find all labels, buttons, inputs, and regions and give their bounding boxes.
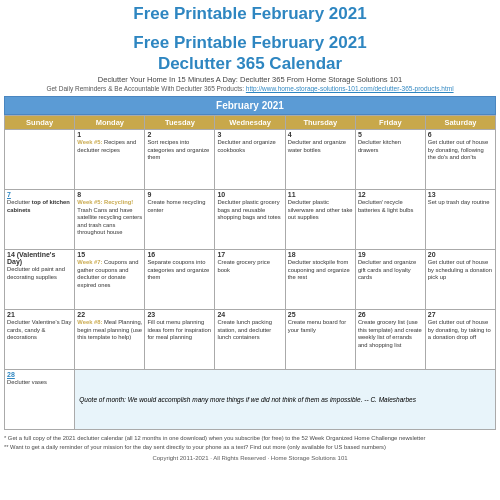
- calendar-wrapper: February 2021 Sunday Monday Tuesday Wedn…: [0, 96, 500, 432]
- table-cell-15: 15 Week #7: Coupons and gather coupons a…: [75, 250, 145, 310]
- table-cell-3: 3 Declutter and organize cookbooks: [215, 130, 285, 190]
- table-cell-quote: Quote of month: We would accomplish many…: [75, 370, 496, 430]
- footer-notes: * Get a full copy of the 2021 declutter …: [0, 432, 500, 454]
- calendar-table: Sunday Monday Tuesday Wednesday Thursday…: [4, 115, 496, 430]
- table-cell-4: 4 Declutter and organize water bottles: [285, 130, 355, 190]
- footer-copyright: Copyright 2011-2021 · All Rights Reserve…: [0, 454, 500, 462]
- footer-note-2: ** Want to get a daily reminder of your …: [4, 443, 496, 451]
- table-cell-24: 24 Create lunch packing station, and dec…: [215, 310, 285, 370]
- table-cell-11: 11 Declutter plastic silverware and othe…: [285, 190, 355, 250]
- table-cell-27: 27 Get clutter out of house by donating,…: [425, 310, 495, 370]
- col-thursday: Thursday: [285, 116, 355, 130]
- main-title: Free Printable February 2021: [8, 4, 492, 24]
- title-block: Free Printable February 2021Declutter 36…: [0, 26, 500, 96]
- days-of-week-row: Sunday Monday Tuesday Wednesday Thursday…: [5, 116, 496, 130]
- table-cell-12: 12 Declutter/ recycle batteries & light …: [355, 190, 425, 250]
- col-tuesday: Tuesday: [145, 116, 215, 130]
- main-title: Free Printable February 2021Declutter 36…: [8, 30, 492, 74]
- col-wednesday: Wednesday: [215, 116, 285, 130]
- table-cell-16: 16 Separate coupons into categories and …: [145, 250, 215, 310]
- table-cell-22: 22 Week #8: Meal Planning, begin meal pl…: [75, 310, 145, 370]
- table-cell-21: 21 Declutter Valentine's Day cards, cand…: [5, 310, 75, 370]
- table-cell-20: 20 Get clutter out of house by schedulin…: [425, 250, 495, 310]
- table-cell-7: 7 Declutter top of kitchen cabinets: [5, 190, 75, 250]
- footer-note-1: * Get a full copy of the 2021 declutter …: [4, 434, 496, 442]
- calendar-month-header: February 2021: [4, 96, 496, 115]
- table-row: 7 Declutter top of kitchen cabinets 8 We…: [5, 190, 496, 250]
- table-row: 1 Week #5: Recipes and declutter recipes…: [5, 130, 496, 190]
- table-cell-18: 18 Declutter stockpile from couponing an…: [285, 250, 355, 310]
- col-sunday: Sunday: [5, 116, 75, 130]
- table-cell-9: 9 Create home recycling center: [145, 190, 215, 250]
- col-friday: Friday: [355, 116, 425, 130]
- table-cell-6: 6 Get clutter out of house by donating, …: [425, 130, 495, 190]
- table-cell-23: 23 Fill out menu planning ideas form for…: [145, 310, 215, 370]
- page-title-section: Free Printable February 2021: [0, 0, 500, 26]
- table-cell-1: 1 Week #5: Recipes and declutter recipes: [75, 130, 145, 190]
- table-cell-2: 2 Sort recipes into categories and organ…: [145, 130, 215, 190]
- subtitle: Declutter Your Home In 15 Minutes A Day:…: [8, 75, 492, 84]
- table-cell-25: 25 Create menu board for your family: [285, 310, 355, 370]
- col-monday: Monday: [75, 116, 145, 130]
- url-line: Get Daily Reminders & Be Accountable Wit…: [8, 85, 492, 92]
- table-cell-28: 28 Declutter vases: [5, 370, 75, 430]
- table-row: 21 Declutter Valentine's Day cards, cand…: [5, 310, 496, 370]
- table-row: 14 (Valentine's Day) Declutter old paint…: [5, 250, 496, 310]
- table-cell-10: 10 Declutter plastic grocery bags and re…: [215, 190, 285, 250]
- table-row: 28 Declutter vases Quote of month: We wo…: [5, 370, 496, 430]
- table-cell-26: 26 Create grocery list (use this templat…: [355, 310, 425, 370]
- col-saturday: Saturday: [425, 116, 495, 130]
- product-url[interactable]: http://www.home-storage-solutions-101.co…: [246, 85, 454, 92]
- table-cell-13: 13 Set up trash day routine: [425, 190, 495, 250]
- table-cell-19: 19 Declutter and organize gift cards and…: [355, 250, 425, 310]
- table-cell-8: 8 Week #5: Recycling! Trash Cans and hav…: [75, 190, 145, 250]
- table-cell-empty: [5, 130, 75, 190]
- table-cell-5: 5 Declutter kitchen drawers: [355, 130, 425, 190]
- table-cell-14: 14 (Valentine's Day) Declutter old paint…: [5, 250, 75, 310]
- table-cell-17: 17 Create grocery price book: [215, 250, 285, 310]
